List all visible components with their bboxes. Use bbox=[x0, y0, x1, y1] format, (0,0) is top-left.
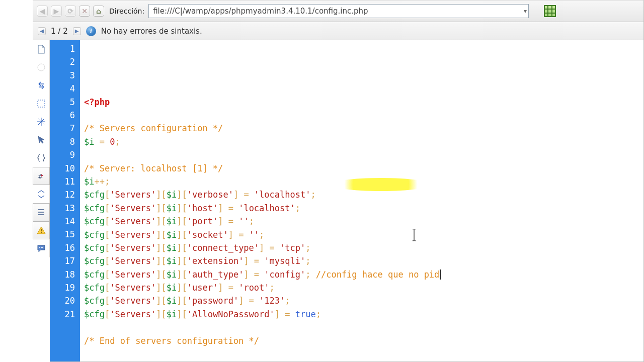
svg-point-7 bbox=[42, 247, 43, 248]
pointer-icon[interactable] bbox=[33, 131, 50, 149]
code-line[interactable]: /* End of servers configuration */ bbox=[84, 334, 643, 347]
code-line[interactable] bbox=[84, 109, 643, 122]
syntax-status: No hay errores de sintaxis. bbox=[101, 27, 202, 36]
new-document-icon[interactable] bbox=[33, 40, 50, 58]
code-line[interactable]: $i = 0; bbox=[84, 135, 643, 148]
braces-icon[interactable] bbox=[33, 149, 50, 167]
address-bar: ◀ ▶ ⟳ ✕ ⌂ Dirección: ▾ bbox=[33, 0, 644, 22]
line-number: 8 bbox=[50, 135, 80, 148]
line-number: 13 bbox=[50, 202, 80, 215]
page-next-button[interactable]: ▶ bbox=[73, 27, 81, 35]
stop-button[interactable]: ✕ bbox=[79, 6, 90, 17]
line-number-gutter: 123456789101112131415161718192021 bbox=[50, 40, 80, 361]
code-line[interactable] bbox=[84, 148, 643, 161]
code-line[interactable]: $cfg['Servers'][$i]['auth_type'] = 'conf… bbox=[84, 268, 643, 281]
info-icon: i bbox=[86, 26, 96, 36]
line-number: 12 bbox=[50, 188, 80, 201]
svg-text:!: ! bbox=[40, 228, 42, 234]
left-icon-toolbar: #▸ ! bbox=[33, 40, 50, 257]
line-number: 20 bbox=[50, 294, 80, 307]
star-burst-icon[interactable] bbox=[33, 113, 50, 131]
back-button[interactable]: ◀ bbox=[37, 6, 48, 17]
line-number: 18 bbox=[50, 268, 80, 281]
code-line[interactable]: /* Server: localhost [1] */ bbox=[84, 162, 643, 175]
code-line[interactable]: <?php bbox=[84, 96, 643, 109]
line-number: 3 bbox=[50, 69, 80, 82]
line-number: 15 bbox=[50, 228, 80, 241]
code-line[interactable]: $cfg['Servers'][$i]['extension'] = 'mysq… bbox=[84, 254, 643, 267]
code-line[interactable]: $cfg['Servers'][$i]['password'] = '123'; bbox=[84, 294, 643, 307]
status-bar: ◀ 1 / 2 ▶ i No hay errores de sintaxis. bbox=[33, 22, 644, 40]
line-number: 14 bbox=[50, 215, 80, 228]
code-line[interactable]: $cfg['Servers'][$i]['AllowNoPassword'] =… bbox=[84, 308, 643, 321]
address-input[interactable] bbox=[148, 4, 529, 18]
line-number: 6 bbox=[50, 109, 80, 122]
home-button[interactable]: ⌂ bbox=[93, 6, 104, 17]
chat-bubble-icon[interactable] bbox=[33, 239, 50, 257]
select-block-icon[interactable] bbox=[33, 95, 50, 113]
line-number: 7 bbox=[50, 122, 80, 135]
page-prev-button[interactable]: ◀ bbox=[38, 27, 46, 35]
line-number: 21 bbox=[50, 308, 80, 321]
code-line[interactable]: $cfg['Servers'][$i]['host'] = 'localhost… bbox=[84, 202, 643, 215]
line-number: 2 bbox=[50, 55, 80, 68]
code-line[interactable]: $cfg['Servers'][$i]['verbose'] = 'localh… bbox=[84, 188, 643, 201]
svg-rect-1 bbox=[38, 100, 45, 107]
line-number: 17 bbox=[50, 254, 80, 267]
line-number: 5 bbox=[50, 96, 80, 109]
grid-view-icon[interactable] bbox=[544, 5, 556, 17]
outline-icon[interactable] bbox=[33, 203, 50, 221]
swap-arrows-icon[interactable] bbox=[33, 76, 50, 95]
svg-point-5 bbox=[39, 247, 40, 248]
address-label: Dirección: bbox=[109, 7, 144, 15]
code-line[interactable]: $cfg['Servers'][$i]['user'] = 'root'; bbox=[84, 281, 643, 294]
hash-box-icon[interactable]: #▸ bbox=[33, 167, 50, 185]
warning-box-icon[interactable]: ! bbox=[33, 221, 50, 239]
code-line[interactable] bbox=[84, 347, 643, 360]
code-line[interactable]: $cfg['Servers'][$i]['port'] = ''; bbox=[84, 215, 643, 228]
code-line[interactable]: /* Servers configuration */ bbox=[84, 122, 643, 135]
line-number: 16 bbox=[50, 241, 80, 254]
svg-text:▸: ▸ bbox=[41, 173, 43, 177]
forward-button[interactable]: ▶ bbox=[51, 6, 62, 17]
reload-button[interactable]: ⟳ bbox=[65, 6, 76, 17]
line-number: 11 bbox=[50, 175, 80, 188]
code-line[interactable]: $cfg['Servers'][$i]['socket'] = ''; bbox=[84, 228, 643, 241]
code-line[interactable] bbox=[84, 321, 643, 334]
code-line[interactable]: $cfg['Servers'][$i]['connect_type'] = 't… bbox=[84, 241, 643, 254]
address-trailing-space bbox=[559, 4, 639, 18]
line-number: 19 bbox=[50, 281, 80, 294]
svg-point-0 bbox=[38, 64, 45, 71]
svg-point-6 bbox=[41, 247, 42, 248]
line-number: 9 bbox=[50, 148, 80, 161]
editor-area: 123456789101112131415161718192021 <?php/… bbox=[50, 40, 644, 362]
expand-collapse-icon[interactable] bbox=[33, 185, 50, 203]
sync-disabled-icon[interactable] bbox=[33, 58, 50, 76]
page-indicator: 1 / 2 bbox=[51, 27, 68, 36]
code-text[interactable]: <?php/* Servers configuration */$i = 0;/… bbox=[80, 40, 643, 361]
line-number: 1 bbox=[50, 42, 80, 55]
code-line[interactable]: $i++; bbox=[84, 175, 643, 188]
line-number: 10 bbox=[50, 162, 80, 175]
line-number: 4 bbox=[50, 82, 80, 95]
